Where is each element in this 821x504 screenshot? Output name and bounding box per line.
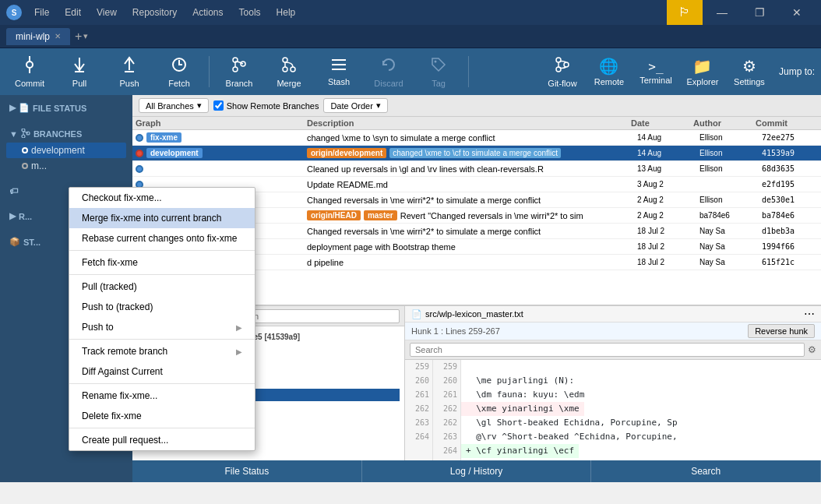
filestatus-icon: 📄 bbox=[19, 103, 30, 113]
settings-label: Settings bbox=[734, 77, 765, 86]
fetch-button[interactable]: Fetch bbox=[156, 51, 203, 92]
context-menu-push-to[interactable]: Push to ▶ bbox=[69, 317, 255, 337]
branch-filter-arrow: ▾ bbox=[197, 100, 202, 111]
commit-row-3[interactable]: Cleaned up reversals in \gl and \rv line… bbox=[132, 161, 821, 177]
commit-desc-cell-5: Changed reversals in \me wirri*2* to sim… bbox=[304, 192, 634, 207]
sidebar-header-branches[interactable]: ▼ BRANCHES bbox=[6, 125, 126, 143]
commit-desc-text-5: Changed reversals in \me wirri*2* to sim… bbox=[307, 196, 541, 205]
maximize-button[interactable]: ❐ bbox=[742, 0, 777, 25]
remotes-label: R... bbox=[19, 212, 32, 221]
gitflow-label: Git-flow bbox=[548, 79, 576, 88]
push-button[interactable]: Push bbox=[106, 51, 153, 92]
discard-button[interactable]: Discard bbox=[365, 51, 412, 92]
jump-to-label: Jump to: bbox=[773, 66, 815, 77]
commit-desc-cell-6: origin/HEAD master Revert "Changed rever… bbox=[304, 208, 634, 223]
branch-label: Branch bbox=[226, 79, 253, 88]
diff-row-261: 261 261 \dm fauna: kuyu: \edm bbox=[405, 388, 821, 402]
new-tab-button[interactable]: +▾ bbox=[75, 30, 88, 44]
tab-search-label: Search bbox=[691, 466, 721, 477]
diff-row-263: 263 262 \gl Short-beaked Echidna, Porcup… bbox=[405, 416, 821, 430]
menu-tools[interactable]: Tools bbox=[233, 5, 267, 19]
branch-filter-label: All Branches bbox=[146, 101, 194, 111]
explorer-button[interactable]: 📁 Explorer bbox=[679, 51, 726, 92]
chevron-right-icon: ▶ bbox=[9, 103, 16, 113]
context-menu-rebase[interactable]: Rebase current changes onto fix-xme bbox=[69, 228, 255, 248]
tab-mini-wlp[interactable]: mini-wlp ✕ bbox=[6, 28, 70, 45]
pull-icon bbox=[71, 56, 88, 77]
commit-row-selected[interactable]: development origin/development changed \… bbox=[132, 146, 821, 161]
bottom-right-panel: 📄 src/wlp-lexicon_master.txt ⋯ Hunk 1 : … bbox=[405, 306, 821, 460]
settings-button[interactable]: ⚙ Settings bbox=[726, 51, 773, 92]
menu-file[interactable]: File bbox=[28, 5, 55, 19]
branch-m-label: m... bbox=[31, 160, 47, 171]
context-menu-merge[interactable]: Merge fix-xme into current branch bbox=[69, 208, 255, 228]
terminal-icon: >_ bbox=[648, 59, 663, 74]
commit-date-cell-9: 18 Jul 2 bbox=[634, 255, 696, 270]
commit-button[interactable]: Commit bbox=[6, 51, 53, 92]
desc-header: Description bbox=[307, 118, 631, 128]
context-menu-fetch[interactable]: Fetch fix-xme bbox=[69, 252, 255, 273]
context-menu-push-tracked[interactable]: Push to (tracked) bbox=[69, 297, 255, 317]
context-menu-diff[interactable]: Diff Against Current bbox=[69, 361, 255, 382]
tag-button[interactable]: Tag bbox=[415, 51, 462, 92]
discard-icon bbox=[380, 56, 397, 77]
stash-button[interactable]: Stash bbox=[315, 51, 362, 92]
commit-hash-cell-6: ba784e6 bbox=[759, 208, 821, 223]
diff-row-264: 264 263 @\rv ^Short-beaked ^Echidna, Por… bbox=[405, 430, 821, 444]
sidebar-item-m[interactable]: m... bbox=[6, 158, 126, 174]
reverse-hunk-button[interactable]: Reverse hunk bbox=[748, 324, 815, 338]
sidebar-item-development[interactable]: development bbox=[6, 143, 126, 158]
gitflow-button[interactable]: Git-flow bbox=[539, 51, 586, 92]
pull-label: Pull bbox=[72, 79, 86, 88]
menu-actions[interactable]: Actions bbox=[186, 5, 229, 19]
minimize-button[interactable]: — bbox=[704, 0, 740, 25]
pull-button[interactable]: Pull bbox=[56, 51, 103, 92]
commit-desc-text-7: Changed reversals in \me wirri*2* to sim… bbox=[307, 227, 541, 236]
diff-search-input[interactable] bbox=[410, 343, 805, 357]
show-remote-checkbox-label[interactable]: Show Remote Branches bbox=[213, 100, 319, 111]
context-menu-sep-1 bbox=[69, 250, 255, 251]
commit-author-cell: Ellison bbox=[696, 130, 759, 145]
diff-file-header: 📄 src/wlp-lexicon_master.txt ⋯ bbox=[405, 306, 821, 322]
toolbar-right: Git-flow 🌐 Remote >_ Terminal 📁 Explorer… bbox=[539, 51, 815, 92]
explorer-label: Explorer bbox=[686, 77, 718, 86]
commit-desc-cell-2: origin/development changed \xme to \cf t… bbox=[304, 146, 634, 160]
tab-close-button[interactable]: ✕ bbox=[55, 32, 61, 41]
commit-header-col: Commit bbox=[756, 118, 818, 128]
context-menu-checkout[interactable]: Checkout fix-xme... bbox=[69, 188, 255, 208]
tab-search[interactable]: Search bbox=[591, 460, 821, 482]
diff-settings-icon[interactable]: ⚙ bbox=[808, 344, 816, 355]
context-menu-rename[interactable]: Rename fix-xme... bbox=[69, 386, 255, 406]
menu-help[interactable]: Help bbox=[270, 5, 302, 19]
menu-edit[interactable]: Edit bbox=[58, 5, 87, 19]
context-menu-pull-request[interactable]: Create pull request... bbox=[69, 430, 255, 450]
commit-icon bbox=[21, 56, 38, 77]
svg-point-19 bbox=[435, 60, 437, 62]
menu-view[interactable]: View bbox=[90, 5, 123, 19]
tab-log-history[interactable]: Log / History bbox=[362, 460, 592, 482]
filestatus-label: FILE STATUS bbox=[33, 104, 86, 113]
branch-filter-dropdown[interactable]: All Branches ▾ bbox=[139, 98, 209, 113]
date-order-dropdown[interactable]: Date Order ▾ bbox=[323, 98, 387, 113]
merge-button[interactable]: Merge bbox=[266, 51, 312, 92]
branch-tag-origin-development: origin/development bbox=[307, 148, 386, 158]
remote-button[interactable]: 🌐 Remote bbox=[586, 51, 632, 92]
push-icon bbox=[121, 56, 138, 77]
show-remote-checkbox[interactable] bbox=[213, 100, 224, 111]
commit-date-cell-2: 14 Aug bbox=[634, 146, 696, 160]
terminal-button[interactable]: >_ Terminal bbox=[632, 51, 679, 92]
context-menu-track-remote[interactable]: Track remote branch ▶ bbox=[69, 341, 255, 361]
tab-file-status[interactable]: File Status bbox=[132, 460, 362, 482]
diff-more-button[interactable]: ⋯ bbox=[804, 308, 815, 320]
commit-author-cell-2: Ellison bbox=[696, 146, 759, 160]
branch-tag-master-origin: master bbox=[364, 210, 397, 220]
sidebar-header-filestatus[interactable]: ▶ 📄 FILE STATUS bbox=[6, 100, 126, 116]
commit-row[interactable]: fix-xme changed \xme to \syn to simulate… bbox=[132, 130, 821, 146]
branch-button[interactable]: Branch bbox=[216, 51, 263, 92]
commit-author-cell-7: Nay Sa bbox=[696, 224, 759, 238]
commit-date-cell-4: 3 Aug 2 bbox=[634, 177, 696, 192]
context-menu-pull-tracked[interactable]: Pull (tracked) bbox=[69, 277, 255, 297]
close-button[interactable]: ✕ bbox=[779, 0, 815, 25]
menu-repository[interactable]: Repository bbox=[126, 5, 183, 19]
context-menu-delete[interactable]: Delete fix-xme bbox=[69, 406, 255, 426]
